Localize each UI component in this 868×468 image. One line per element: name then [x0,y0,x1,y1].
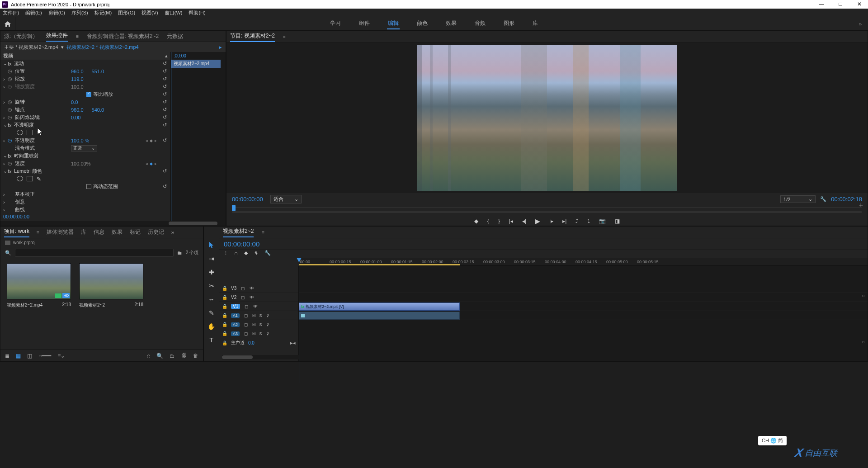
step-fwd-button[interactable]: |▸ [549,218,553,224]
tool-ripple[interactable]: ✚ [207,268,216,276]
target-icon[interactable]: ◻ [240,295,245,300]
auto-sequence-icon[interactable]: ⎌ [147,353,150,359]
mark-in-button[interactable]: { [487,218,489,224]
wrench-icon[interactable]: 🔧 [264,250,271,256]
ec-mini-clip[interactable]: 视频素材2~2.mp4 [171,60,221,68]
linked-selection-icon[interactable]: ∩ [234,250,238,256]
lock-icon[interactable]: 🔒 [222,304,227,309]
menu-help[interactable]: 帮助(H) [189,9,205,16]
reset-icon[interactable]: ↺ [163,91,167,97]
workspace-editing[interactable]: 编辑 [387,18,400,29]
menu-clip[interactable]: 剪辑(C) [48,9,65,16]
target-icon[interactable]: ◻ [240,286,245,291]
master-track[interactable]: 主声道 [231,340,245,346]
eye-icon[interactable]: 👁 [253,304,258,309]
ec-scrollbar[interactable] [169,222,217,225]
target-icon[interactable]: ◻ [244,304,249,309]
tab-info[interactable]: 信息 [94,228,104,236]
tool-hand[interactable]: ✋ [207,322,216,331]
lumetri-basic[interactable]: 基本校正 [15,191,71,198]
tool-razor[interactable]: ✂ [207,282,216,290]
stopwatch-icon[interactable]: ◷ [8,68,15,74]
mask-ellipse-icon[interactable] [17,176,23,181]
tool-selection[interactable] [207,241,216,249]
view-freeform-icon[interactable]: ◫ [27,353,32,359]
voiceover-icon[interactable]: 🎙 [266,331,270,336]
new-bin-icon[interactable]: 🖿 [177,250,182,255]
menu-file[interactable]: 文件(F) [3,9,19,16]
tab-libraries[interactable]: 库 [81,228,86,236]
workspace-audio[interactable]: 音频 [474,18,486,29]
program-video-view[interactable] [226,43,868,193]
eye-icon[interactable]: 👁 [249,295,255,300]
settings-icon[interactable]: ↯ [254,250,258,256]
stopwatch-icon[interactable]: ◷ [8,107,15,113]
workspace-libraries[interactable]: 库 [532,18,539,29]
workspace-learn[interactable]: 学习 [329,18,342,29]
reset-icon[interactable]: ↺ [163,184,167,189]
ec-master-clip[interactable]: 主要 * 视频素材2~2.mp4 [4,44,58,51]
mark-out-button[interactable]: } [498,218,500,224]
track-v2[interactable] [299,293,868,302]
timeline-zoom[interactable] [222,355,862,359]
project-item-sequence[interactable]: 视频素材2~22:18 [79,263,143,308]
tab-effect-controls[interactable]: 效果控件 [46,32,68,42]
go-to-in-button[interactable]: |◂ [509,218,513,224]
mask-ellipse-icon[interactable] [17,130,23,135]
solo-button[interactable]: S [259,313,262,318]
track-v3[interactable] [299,284,868,293]
tab-effects2[interactable]: 效果 [112,228,123,236]
add-marker-button[interactable]: ◆ [474,218,478,224]
reset-icon[interactable]: ↺ [163,84,167,90]
go-to-out-button[interactable]: ▸| [562,218,566,224]
timeline-ruler[interactable]: :00:00 00:00:00:15 00:00:01:00 00:00:01:… [299,258,868,266]
workspace-effects[interactable]: 效果 [445,18,458,29]
find-icon[interactable]: 🔍 [156,353,163,359]
lock-icon[interactable]: 🔒 [222,313,227,318]
reset-icon[interactable]: ↺ [163,137,167,143]
ec-timecode[interactable]: 00:00:00:00 [0,213,170,221]
tab-metadata[interactable]: 元数据 [167,33,183,40]
lock-icon[interactable]: 🔒 [222,286,227,291]
extract-button[interactable]: ⤵ [587,218,590,224]
tab-audio-mixer[interactable]: 音频剪辑混合器: 视频素材2~2 [87,33,159,40]
program-scrubber[interactable] [232,207,862,215]
reset-icon[interactable]: ↺ [163,99,167,105]
close-button[interactable]: ✕ [856,1,863,8]
wrench-icon[interactable]: 🔧 [820,196,826,202]
delete-button[interactable]: 🗑 [193,353,198,359]
voiceover-icon[interactable]: 🎙 [266,313,270,318]
clip-video[interactable]: fx视频素材2~2.mp4 [V] [299,303,460,311]
tool-type[interactable]: T [207,336,216,344]
stopwatch-icon[interactable]: ◷ [8,114,15,120]
eye-icon[interactable]: 👁 [249,286,255,291]
menu-window[interactable]: 窗口(W) [165,9,183,16]
tab-menu-icon[interactable]: ≡ [76,34,79,39]
lock-icon[interactable]: 🔒 [222,295,227,300]
lumetri-creative[interactable]: 创意 [15,199,71,205]
mute-button[interactable]: M [252,331,256,336]
select-blend-mode[interactable]: 正常⌄ [71,145,97,151]
effect-opacity[interactable]: 不透明度 [14,122,70,128]
home-button[interactable] [0,17,15,30]
reset-icon[interactable]: ↺ [163,68,167,74]
stopwatch-icon[interactable]: ◷ [8,137,15,143]
lift-button[interactable]: ⤴ [576,218,578,224]
tab-markers[interactable]: 标记 [130,228,141,236]
lock-icon[interactable]: 🔒 [222,322,227,327]
track-a3[interactable] [299,329,868,338]
checkbox-uniform-scale[interactable] [86,92,91,97]
program-tc-left[interactable]: 00:00:00:00 [232,196,263,203]
button-add[interactable]: + [859,201,863,209]
mute-button[interactable]: M [252,322,256,327]
compare-button[interactable]: ◨ [615,218,620,224]
project-filename[interactable]: work.prproj [13,240,35,245]
reset-icon[interactable]: ↺ [163,107,167,113]
mask-rect-icon[interactable] [27,130,33,135]
reset-icon[interactable]: ↺ [163,168,167,174]
tool-slip[interactable]: ↔ [207,295,216,303]
tab-project[interactable]: 项目: work [4,227,29,237]
tab-overflow[interactable]: » [171,229,175,236]
tab-source[interactable]: 源:（无剪辑） [4,33,38,40]
menu-edit[interactable]: 编辑(E) [25,9,42,16]
